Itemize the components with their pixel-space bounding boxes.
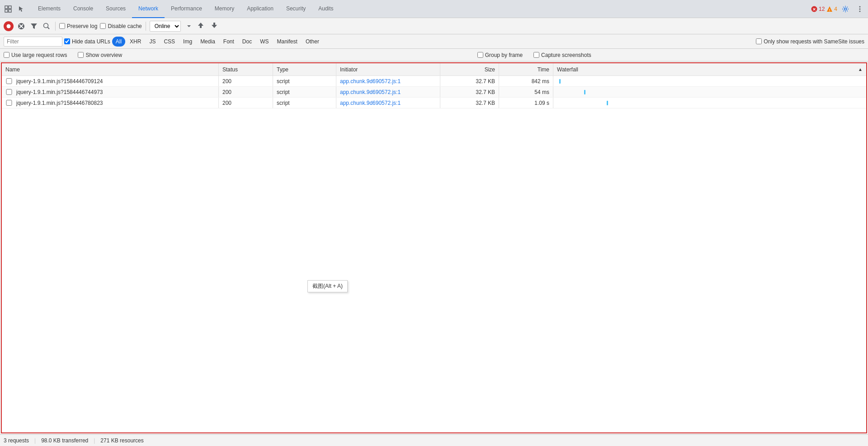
initiator-link[interactable]: app.chunk.9d690572.js:1 xyxy=(340,78,401,85)
toolbar: Preserve log Disable cache Online xyxy=(0,18,868,34)
cell-waterfall xyxy=(553,76,866,86)
search-button[interactable] xyxy=(42,21,52,31)
filter-tag-js[interactable]: JS xyxy=(146,37,159,47)
sort-arrow-icon: ▲ xyxy=(858,67,863,72)
filter-tags: AllXHRJSCSSImgMediaFontDocWSManifestOthe… xyxy=(112,37,323,47)
tab-console[interactable]: Console xyxy=(67,0,99,18)
network-throttle-select[interactable]: Online xyxy=(150,21,181,32)
filter-tag-ws[interactable]: WS xyxy=(256,37,272,47)
tab-application[interactable]: Application xyxy=(241,0,280,18)
col-waterfall-header[interactable]: Waterfall ▲ xyxy=(553,63,866,75)
tab-sources[interactable]: Sources xyxy=(99,0,132,18)
status-bar: 3 requests | 98.0 KB transferred | 271 K… xyxy=(0,434,868,446)
svg-point-18 xyxy=(44,23,48,28)
svg-rect-2 xyxy=(5,9,8,12)
tab-memory[interactable]: Memory xyxy=(208,0,241,18)
filter-tag-all[interactable]: All xyxy=(112,37,125,47)
table-row[interactable]: jquery-1.9.1.min.js?1584446744973 200 sc… xyxy=(2,87,866,98)
row-checkbox-0[interactable] xyxy=(5,78,13,84)
large-rows-label[interactable]: Use large request rows xyxy=(4,52,67,58)
download-button[interactable] xyxy=(209,21,220,32)
col-type-header[interactable]: Type xyxy=(273,63,336,75)
tab-performance[interactable]: Performance xyxy=(165,0,208,18)
options-row: Use large request rows Show overview Gro… xyxy=(0,49,868,61)
cell-status: 200 xyxy=(219,98,273,108)
svg-rect-0 xyxy=(5,6,8,9)
filter-tag-doc[interactable]: Doc xyxy=(239,37,255,47)
tab-security[interactable]: Security xyxy=(280,0,312,18)
waterfall-bar xyxy=(584,90,585,94)
tab-elements[interactable]: Elements xyxy=(32,0,67,18)
svg-marker-17 xyxy=(31,23,37,29)
samesite-label[interactable]: Only show requests with SameSite issues xyxy=(756,38,864,45)
preserve-log-checkbox[interactable] xyxy=(59,23,65,29)
inspect-icon[interactable] xyxy=(2,3,14,15)
hide-data-urls-label[interactable]: Hide data URLs xyxy=(64,38,110,45)
cell-name: jquery-1.9.1.min.js?1584446780823 xyxy=(2,98,219,108)
network-table: Name Status Type Initiator Size Time Wat… xyxy=(1,62,867,433)
disable-cache-label[interactable]: Disable cache xyxy=(100,23,142,29)
cell-size: 32.7 KB xyxy=(440,76,499,86)
svg-point-9 xyxy=(844,8,847,10)
row-checkbox-2[interactable] xyxy=(5,100,13,106)
svg-marker-20 xyxy=(187,25,191,27)
filter-tag-xhr[interactable]: XHR xyxy=(126,37,145,47)
table-row[interactable]: jquery-1.9.1.min.js?1584446780823 200 sc… xyxy=(2,98,866,108)
capture-screenshots-label[interactable]: Capture screenshots xyxy=(533,52,591,58)
svg-marker-4 xyxy=(19,6,23,12)
filter-tag-media[interactable]: Media xyxy=(197,37,219,47)
filter-input[interactable] xyxy=(4,37,62,47)
waterfall-bar xyxy=(559,79,561,84)
filter-tag-css[interactable]: CSS xyxy=(160,37,179,47)
capture-screenshots-checkbox[interactable] xyxy=(533,52,539,58)
svg-text:!: ! xyxy=(829,8,830,12)
hide-data-urls-checkbox[interactable] xyxy=(64,38,70,44)
cell-status: 200 xyxy=(219,87,273,97)
col-time-header[interactable]: Time xyxy=(499,63,553,75)
more-options-icon[interactable] xyxy=(854,3,866,15)
large-rows-checkbox[interactable] xyxy=(4,52,9,58)
disable-cache-checkbox[interactable] xyxy=(100,23,106,29)
svg-point-12 xyxy=(859,10,861,12)
preserve-log-label[interactable]: Preserve log xyxy=(59,23,97,29)
group-by-frame-checkbox[interactable] xyxy=(477,52,483,58)
initiator-link[interactable]: app.chunk.9d690572.js:1 xyxy=(340,100,401,106)
svg-rect-1 xyxy=(9,6,11,9)
warning-badge[interactable]: ! 4 xyxy=(826,6,837,12)
show-overview-checkbox[interactable] xyxy=(78,52,84,58)
col-initiator-header[interactable]: Initiator xyxy=(336,63,440,75)
table-body: jquery-1.9.1.min.js?1584446709124 200 sc… xyxy=(2,76,866,108)
cell-time: 1.09 s xyxy=(499,98,553,108)
cell-name: jquery-1.9.1.min.js?1584446709124 xyxy=(2,76,219,86)
svg-point-10 xyxy=(859,6,861,7)
cell-time: 842 ms xyxy=(499,76,553,86)
table-row[interactable]: jquery-1.9.1.min.js?1584446709124 200 sc… xyxy=(2,76,866,87)
cell-name: jquery-1.9.1.min.js?1584446744973 xyxy=(2,87,219,97)
filter-tag-manifest[interactable]: Manifest xyxy=(274,37,301,47)
col-size-header[interactable]: Size xyxy=(440,63,499,75)
col-status-header[interactable]: Status xyxy=(219,63,273,75)
svg-marker-21 xyxy=(198,23,203,28)
filter-button[interactable] xyxy=(29,21,39,31)
cell-type: script xyxy=(273,87,336,97)
settings-icon[interactable] xyxy=(839,3,852,15)
samesite-checkbox[interactable] xyxy=(756,38,762,44)
filter-tag-font[interactable]: Font xyxy=(220,37,238,47)
initiator-link[interactable]: app.chunk.9d690572.js:1 xyxy=(340,89,401,95)
row-checkbox-1[interactable] xyxy=(5,89,13,95)
svg-point-13 xyxy=(7,24,11,28)
record-button[interactable] xyxy=(4,21,14,31)
col-name-header[interactable]: Name xyxy=(2,63,219,75)
cell-waterfall xyxy=(553,87,866,97)
error-badge[interactable]: ✕ 12 xyxy=(811,6,825,12)
group-by-frame-label[interactable]: Group by frame xyxy=(477,52,523,58)
tab-network[interactable]: Network xyxy=(132,0,165,18)
filter-tag-img[interactable]: Img xyxy=(179,37,196,47)
show-overview-label[interactable]: Show overview xyxy=(78,52,122,58)
upload-button[interactable] xyxy=(195,21,206,32)
filter-tag-other[interactable]: Other xyxy=(302,37,323,47)
cursor-icon[interactable] xyxy=(15,3,28,15)
clear-button[interactable] xyxy=(16,21,26,31)
cell-initiator: app.chunk.9d690572.js:1 xyxy=(336,98,440,108)
tab-audits[interactable]: Audits xyxy=(312,0,340,18)
